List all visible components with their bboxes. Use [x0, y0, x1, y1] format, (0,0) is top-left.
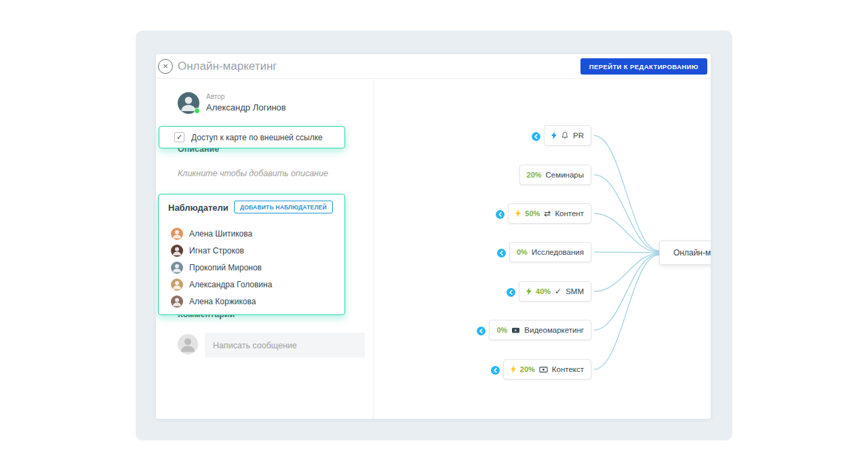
- map-node-box[interactable]: 20% Контекст: [503, 359, 591, 379]
- observer-name: Игнат Строков: [189, 246, 244, 255]
- observers-card: Наблюдатели ДОБАВИТЬ НАБЛЮДАТЕЛЕЙ Алена …: [158, 194, 345, 315]
- current-user-avatar: [178, 334, 198, 354]
- observer-name: Алена Шитикова: [189, 229, 252, 239]
- map-node-seminars: 20% Семинары: [519, 165, 591, 185]
- external-link-checkbox[interactable]: ✓: [174, 132, 184, 142]
- progress-percent: 20%: [527, 171, 542, 179]
- progress-percent: 50%: [525, 209, 540, 218]
- node-label: Контекст: [552, 365, 584, 373]
- map-node-box[interactable]: 40% ✓ SMM: [519, 281, 591, 302]
- column-divider: [373, 79, 374, 419]
- online-status-dot: [194, 108, 200, 114]
- progress-percent: 0%: [496, 326, 507, 334]
- node-label: Контент: [555, 209, 584, 218]
- map-node-box[interactable]: 50% ⇄ Контент: [508, 203, 591, 224]
- observer-avatar: [171, 279, 183, 291]
- map-node-box[interactable]: 0% Исследования: [509, 242, 591, 262]
- observer-avatar: [171, 262, 183, 274]
- root-label: Онлайн-маркетинг: [673, 248, 711, 258]
- node-label: Семинары: [546, 171, 584, 179]
- author-name: Александр Логинов: [206, 102, 286, 112]
- panel-header: × Онлайн-маркетинг ПЕРЕЙТИ К РЕДАКТИРОВА…: [156, 54, 711, 79]
- external-link-checkbox-label[interactable]: Доступ к карте по внешней ссылке: [191, 133, 323, 142]
- observers-list: Алена Шитикова Игнат Строков Прокопий Ми…: [159, 225, 344, 310]
- list-item[interactable]: Прокопий Миронов: [159, 259, 344, 276]
- progress-percent: 40%: [536, 287, 551, 295]
- node-label: Исследования: [532, 248, 584, 256]
- map-node-box[interactable]: 0% Видеомаркетинг: [489, 320, 591, 340]
- banknote-icon: [539, 367, 548, 373]
- map-node-pr: PR: [532, 125, 591, 146]
- observer-name: Александра Головина: [189, 280, 272, 289]
- expand-branch-button[interactable]: [532, 131, 540, 140]
- observers-label: Наблюдатели: [168, 203, 229, 213]
- go-to-edit-button[interactable]: ПЕРЕЙТИ К РЕДАКТИРОВАНИЮ: [580, 58, 707, 75]
- external-link-access-card: ✓ Доступ к карте по внешней ссылке: [159, 126, 345, 148]
- list-item[interactable]: Алена Шитикова: [159, 225, 344, 242]
- observer-avatar: [171, 295, 183, 308]
- author-label: Автор: [206, 93, 224, 100]
- observer-avatar: [171, 228, 183, 240]
- page-title: Онлайн-маркетинг: [178, 60, 277, 73]
- lightning-blue-icon: [551, 131, 557, 140]
- node-label: PR: [573, 131, 584, 140]
- progress-percent: 0%: [517, 248, 528, 256]
- lightning-green-icon: [526, 287, 532, 295]
- observer-avatar: [171, 245, 183, 257]
- map-node-research: 0% Исследования: [497, 242, 591, 262]
- expand-branch-button[interactable]: [507, 287, 515, 296]
- map-node-videomarketing: 0% Видеомаркетинг: [477, 320, 591, 340]
- lightning-yellow-icon: [515, 209, 521, 218]
- lightning-yellow-icon: [511, 365, 516, 373]
- map-node-box[interactable]: 20% Семинары: [519, 165, 591, 185]
- expand-branch-button[interactable]: [497, 248, 506, 257]
- list-item[interactable]: Алена Коржикова: [159, 293, 344, 310]
- map-node-content: 50% ⇄ Контент: [496, 203, 591, 224]
- map-details-panel: × Онлайн-маркетинг ПЕРЕЙТИ К РЕДАКТИРОВА…: [156, 54, 711, 419]
- comment-input[interactable]: [205, 333, 365, 358]
- list-item[interactable]: Александра Головина: [159, 276, 344, 293]
- map-node-box[interactable]: PR: [544, 125, 591, 146]
- map-node-context: 20% Контекст: [491, 359, 591, 379]
- check-icon: ✓: [555, 287, 561, 295]
- add-observers-button[interactable]: ДОБАВИТЬ НАБЛЮДАТЕЛЕЙ: [234, 201, 333, 213]
- observer-name: Прокопий Миронов: [189, 263, 262, 272]
- expand-branch-button[interactable]: [491, 365, 500, 374]
- node-label: SMM: [566, 287, 584, 295]
- modal-backdrop-card: × Онлайн-маркетинг ПЕРЕЙТИ К РЕДАКТИРОВА…: [136, 30, 732, 440]
- node-label: Видеомаркетинг: [524, 326, 584, 334]
- swap-arrows-icon: ⇄: [544, 209, 551, 218]
- bell-icon: [561, 131, 569, 140]
- description-placeholder[interactable]: Кликните чтобы добавить описание: [178, 169, 328, 178]
- map-node-smm: 40% ✓ SMM: [507, 281, 591, 302]
- video-icon: [511, 327, 520, 334]
- list-item[interactable]: Игнат Строков: [159, 242, 344, 259]
- expand-branch-button[interactable]: [496, 209, 505, 218]
- expand-branch-button[interactable]: [477, 326, 486, 335]
- close-icon[interactable]: ×: [158, 59, 173, 74]
- observer-name: Алена Коржикова: [189, 297, 256, 306]
- progress-percent: 20%: [520, 365, 535, 373]
- map-root-node[interactable]: Онлайн-маркетинг: [659, 241, 711, 265]
